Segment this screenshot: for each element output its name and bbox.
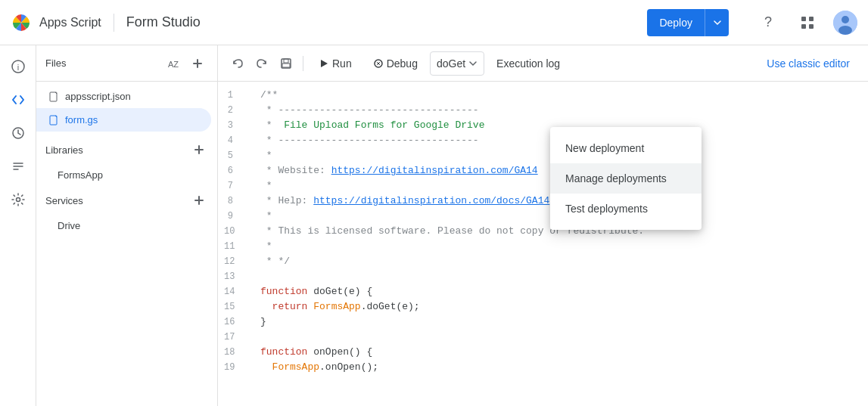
- file-icon: [48, 91, 59, 102]
- services-section-header[interactable]: Services: [36, 185, 217, 215]
- editor-toolbar: Run Debug doGet Execution log Use classi…: [218, 45, 868, 82]
- services-label: Services: [45, 195, 190, 206]
- svg-rect-4: [809, 24, 814, 29]
- file-name-active: form.gs: [65, 114, 98, 126]
- execution-log-button[interactable]: Execution log: [487, 51, 569, 76]
- header-divider: [114, 14, 114, 32]
- redo-button[interactable]: [251, 53, 272, 74]
- classic-editor-button[interactable]: Use classic editor: [758, 51, 859, 76]
- new-deployment-item[interactable]: New deployment: [550, 133, 702, 163]
- file-list: appsscript.json form.gs: [36, 82, 217, 135]
- manage-deployments-item[interactable]: Manage deployments: [550, 163, 702, 194]
- run-label: Run: [332, 57, 352, 70]
- sidebar-icons: i: [0, 45, 36, 406]
- add-icon: [191, 57, 204, 70]
- apps-script-logo: Apps Script: [9, 11, 101, 35]
- sort-files-button[interactable]: AZ: [163, 53, 184, 74]
- service-item-drive[interactable]: Drive: [36, 215, 217, 236]
- deploy-btn-container: Deploy: [647, 9, 729, 36]
- undo-icon: [232, 57, 244, 70]
- files-toolbar: Files AZ: [36, 45, 217, 82]
- save-icon: [280, 57, 292, 70]
- files-label: Files: [45, 57, 160, 69]
- function-dropdown-icon: [468, 59, 478, 68]
- library-item-formsapp[interactable]: FormsApp: [36, 165, 217, 185]
- info-icon: i: [11, 59, 26, 74]
- file-panel: Files AZ appsscript.json: [36, 45, 218, 406]
- svg-point-11: [16, 198, 20, 202]
- project-title: Form Studio: [126, 14, 201, 30]
- file-name: appsscript.json: [65, 91, 131, 102]
- debug-label: Debug: [387, 57, 418, 70]
- function-name: doGet: [437, 57, 465, 70]
- help-button[interactable]: ?: [753, 8, 783, 38]
- file-icon-active: [48, 115, 59, 126]
- test-deployments-item[interactable]: Test deployments: [550, 194, 702, 224]
- logo-icon: [9, 11, 33, 35]
- svg-rect-17: [282, 64, 290, 67]
- list-icon: [11, 159, 26, 174]
- help-icon: ?: [764, 14, 772, 30]
- run-button[interactable]: Run: [310, 51, 361, 76]
- editor-area: 12345 678910 1112131415 16171819 /** * -…: [218, 82, 868, 406]
- save-button[interactable]: [275, 53, 297, 74]
- add-file-button[interactable]: [187, 53, 208, 74]
- sort-icon: AZ: [167, 57, 179, 70]
- grid-apps-button[interactable]: [792, 8, 823, 38]
- deploy-dropdown-menu: New deployment Manage deployments Test d…: [550, 127, 702, 230]
- add-service-icon: [193, 194, 205, 206]
- function-selector[interactable]: doGet: [430, 51, 484, 76]
- svg-point-7: [838, 26, 852, 35]
- line-numbers: 12345 678910 1112131415 16171819: [218, 82, 248, 406]
- grid-icon: [800, 15, 815, 30]
- add-service-button[interactable]: [190, 191, 208, 209]
- svg-point-6: [842, 16, 849, 23]
- undo-button[interactable]: [227, 53, 248, 74]
- code-container[interactable]: 12345 678910 1112131415 16171819 /** * -…: [218, 82, 868, 406]
- svg-text:AZ: AZ: [168, 60, 179, 69]
- redo-icon: [256, 57, 268, 70]
- user-avatar: [833, 11, 857, 35]
- avatar-button[interactable]: [832, 9, 859, 36]
- file-item-appsscript[interactable]: appsscript.json: [36, 85, 217, 108]
- libraries-section-header[interactable]: Libraries: [36, 135, 217, 165]
- settings-icon: [11, 192, 26, 207]
- libraries-label: Libraries: [45, 144, 190, 156]
- sidebar-settings-button[interactable]: [3, 184, 33, 215]
- debug-icon: [373, 58, 384, 69]
- apps-script-title: Apps Script: [39, 16, 101, 29]
- svg-rect-2: [809, 17, 814, 21]
- svg-rect-13: [50, 92, 57, 101]
- add-library-icon: [193, 144, 205, 156]
- svg-rect-3: [801, 24, 806, 29]
- deploy-button[interactable]: Deploy: [647, 9, 705, 36]
- clock-icon: [11, 126, 26, 141]
- svg-text:i: i: [17, 63, 18, 72]
- deploy-dropdown-button[interactable]: [705, 9, 729, 36]
- main-area: i F: [0, 45, 868, 406]
- sidebar-code-button[interactable]: [3, 85, 33, 115]
- chevron-down-icon: [713, 18, 722, 27]
- svg-rect-14: [50, 116, 57, 125]
- debug-button[interactable]: Debug: [364, 51, 427, 76]
- sidebar-clock-button[interactable]: [3, 118, 33, 148]
- header: Apps Script Form Studio Deploy ?: [0, 0, 868, 45]
- add-library-button[interactable]: [190, 141, 208, 159]
- code-icon: [11, 92, 26, 107]
- sidebar-info-button[interactable]: i: [3, 51, 33, 82]
- svg-rect-1: [801, 17, 806, 21]
- toolbar-divider-1: [303, 56, 303, 71]
- editor-right: Run Debug doGet Execution log Use classi…: [218, 45, 868, 406]
- sidebar-list-button[interactable]: [3, 151, 33, 181]
- run-icon: [319, 58, 329, 69]
- file-item-form-gs[interactable]: form.gs: [36, 108, 211, 132]
